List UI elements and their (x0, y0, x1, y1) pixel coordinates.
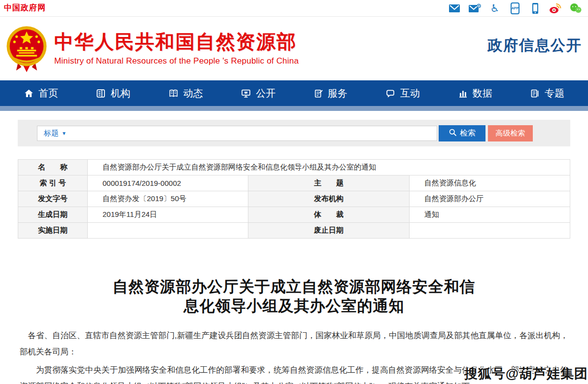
nav-item-data[interactable]: 数据 (458, 87, 492, 100)
meta-value-effective-date (88, 223, 248, 239)
svg-text:APP: APP (512, 6, 519, 10)
meta-label-genre: 体 裁 (248, 207, 409, 223)
national-emblem-logo (5, 25, 48, 72)
meta-value-name: 自然资源部办公厅关于成立自然资源部网络安全和信息化领导小组及其办公室的通知 (88, 160, 570, 175)
meta-label-index: 索 引 号 (18, 175, 88, 191)
paragraph-addressees: 各省、自治区、直辖市自然资源主管部门,新疆生产建设兵团自然资源主管部门，国家林业… (20, 327, 568, 360)
mobile-icon[interactable] (529, 2, 542, 14)
meta-value-index: 000019174/2019-00002 (88, 175, 248, 191)
ministry-title-en: Ministry of Natural Resources of the Peo… (54, 56, 299, 66)
news-icon (168, 88, 179, 99)
search-section: 标题 ▼ 检索 高级检索 (18, 120, 570, 146)
service-icon (313, 88, 323, 99)
interact-icon (385, 88, 396, 99)
home-icon (24, 88, 34, 99)
meta-label-docnumber: 发文字号 (18, 191, 88, 207)
sohu-watermark: 搜狐号@葫芦娃集团 (464, 365, 588, 383)
meta-value-repeal-date (409, 223, 570, 239)
nav-item-service[interactable]: 服务 (313, 87, 347, 100)
meta-value-issuer: 自然资源部办公厅 (409, 191, 570, 207)
mail-settings-icon[interactable] (468, 2, 481, 14)
meta-label-created-date: 生成日期 (18, 207, 88, 223)
accessibility-icon[interactable]: ♿ (488, 2, 501, 14)
gov-portal-link[interactable]: 中国政府网 (4, 3, 46, 13)
document-meta-table: 名 称 自然资源部办公厅关于成立自然资源部网络安全和信息化领导小组及其办公室的通… (18, 159, 570, 239)
nav-item-home[interactable]: 首页 (24, 87, 58, 100)
meta-value-genre: 通知 (409, 207, 570, 223)
main-nav: 首页 机构 动态 公开 服务 互动 数据 专题 (0, 80, 588, 106)
advanced-search-button[interactable]: 高级检索 (488, 125, 533, 141)
ministry-title: 中华人民共和国自然资源部 (54, 31, 299, 53)
topics-icon (530, 88, 540, 99)
meta-label-repeal-date: 废止日期 (248, 223, 409, 239)
org-icon (96, 88, 106, 99)
top-icon-group: ♿ APP (448, 2, 583, 14)
nav-item-news[interactable]: 动态 (168, 87, 203, 100)
meta-label-effective-date: 实施日期 (18, 223, 88, 239)
nav-item-interact[interactable]: 互动 (385, 87, 420, 100)
table-row: 名 称 自然资源部办公厅关于成立自然资源部网络安全和信息化领导小组及其办公室的通… (18, 160, 570, 175)
nav-item-public[interactable]: 公开 (241, 87, 276, 100)
meta-value-docnumber: 自然资办发〔2019〕50号 (88, 191, 248, 207)
search-field-selector[interactable]: 标题 ▼ (44, 129, 67, 138)
nav-item-org[interactable]: 机构 (96, 87, 130, 100)
public-icon (241, 88, 251, 99)
weibo-icon[interactable] (549, 2, 562, 14)
table-row: 索 引 号 000019174/2019-00002 主 题 自然资源信息化 (18, 175, 570, 191)
table-row: 生成日期 2019年11月24日 体 裁 通知 (18, 207, 570, 223)
masthead: 中华人民共和国自然资源部 Ministry of Natural Resourc… (0, 17, 588, 80)
search-icon (449, 128, 457, 139)
wechat-icon[interactable] (569, 2, 582, 14)
chevron-down-icon: ▼ (62, 131, 67, 136)
meta-label-issuer: 发布机构 (248, 191, 409, 207)
top-utility-bar: 中国政府网 ♿ APP (0, 0, 588, 17)
gov-info-disclosure-link[interactable]: 政府信息公开 (487, 35, 582, 56)
nav-item-topics[interactable]: 专题 (530, 87, 564, 100)
search-button[interactable]: 检索 (439, 125, 485, 141)
table-row: 实施日期 废止日期 (18, 223, 570, 239)
nav-accent-strip (0, 106, 588, 111)
meta-label-name: 名 称 (18, 160, 88, 175)
search-input[interactable]: 标题 ▼ (37, 126, 437, 141)
meta-label-subject: 主 题 (248, 175, 409, 191)
table-row: 发文字号 自然资办发〔2019〕50号 发布机构 自然资源部办公厅 (18, 191, 570, 207)
app-icon[interactable]: APP (509, 2, 521, 14)
mail-icon[interactable] (448, 2, 461, 14)
meta-value-created-date: 2019年11月24日 (88, 207, 248, 223)
document-title: 自然资源部办公厅关于成立自然资源部网络安全和信 息化领导小组及其办公室的通知 (20, 277, 568, 315)
data-icon (458, 88, 468, 99)
meta-value-subject: 自然资源信息化 (409, 175, 570, 191)
